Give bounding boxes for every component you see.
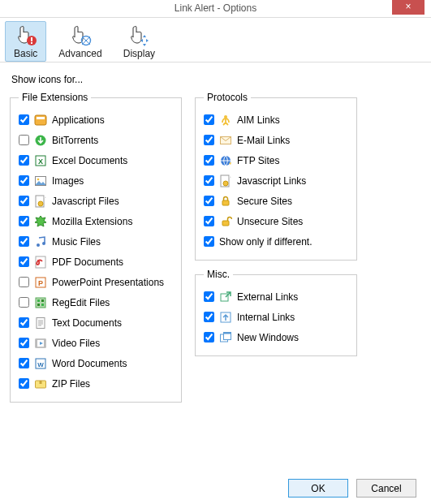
option-row-word-documents[interactable]: WWord Documents bbox=[19, 353, 173, 373]
group-protocols: Protocols AIM LinksE-Mail LinksFTP Sites… bbox=[195, 92, 357, 261]
option-row-text-documents[interactable]: Text Documents bbox=[19, 312, 173, 333]
checkbox-zip-files[interactable] bbox=[19, 378, 29, 389]
option-row-pdf-documents[interactable]: PDF Documents bbox=[19, 252, 173, 272]
svg-point-12 bbox=[38, 201, 43, 206]
group-misc: Misc. External LinksInternal LinksNew Wi… bbox=[195, 269, 357, 356]
dialog-footer: OK Cancel bbox=[288, 479, 416, 498]
option-row-zip-files[interactable]: ZIP Files bbox=[19, 373, 173, 394]
checkbox-show-only-if-different[interactable] bbox=[204, 236, 214, 247]
checkbox-powerpoint-presentations[interactable] bbox=[19, 277, 29, 287]
checkbox-bittorrents[interactable] bbox=[19, 135, 29, 145]
svg-point-10 bbox=[37, 178, 40, 180]
svg-rect-2 bbox=[31, 42, 32, 44]
svg-text:P: P bbox=[38, 279, 43, 287]
checkbox-new-windows[interactable] bbox=[204, 332, 214, 342]
checkbox-excel-documents[interactable] bbox=[19, 155, 29, 166]
group-file-extensions-legend: File Extensions bbox=[19, 92, 91, 103]
checkbox-applications[interactable] bbox=[19, 114, 29, 125]
option-row-powerpoint-presentations[interactable]: PPowerPoint Presentations bbox=[19, 272, 173, 292]
option-label: Javascript Links bbox=[237, 175, 306, 187]
option-row-external-links[interactable]: External Links bbox=[204, 286, 348, 307]
cursor-icon bbox=[129, 24, 149, 46]
svg-rect-20 bbox=[41, 299, 44, 302]
svg-rect-41 bbox=[222, 221, 229, 226]
option-row-bittorrents[interactable]: BitTorrents bbox=[19, 130, 173, 150]
option-row-applications[interactable]: Applications bbox=[19, 110, 173, 130]
checkbox-secure-sites[interactable] bbox=[204, 196, 214, 206]
checkbox-e-mail-links[interactable] bbox=[204, 135, 214, 145]
option-row-music-files[interactable]: Music Files bbox=[19, 231, 173, 252]
toolbar-button-basic[interactable]: Basic bbox=[5, 21, 46, 62]
js-icon bbox=[219, 174, 232, 187]
toolbar-button-display[interactable]: Display bbox=[114, 21, 164, 62]
option-row-ftp-sites[interactable]: FTP Sites bbox=[204, 150, 348, 170]
svg-point-39 bbox=[223, 181, 228, 186]
checkbox-internal-links[interactable] bbox=[204, 312, 214, 322]
excel-icon: X bbox=[34, 154, 47, 167]
group-file-extensions: File Extensions ApplicationsBitTorrentsX… bbox=[10, 92, 182, 403]
option-row-javascript-files[interactable]: Javascript Files bbox=[19, 191, 173, 211]
option-row-e-mail-links[interactable]: E-Mail Links bbox=[204, 130, 348, 150]
option-label: Unsecure Sites bbox=[237, 216, 303, 227]
checkbox-pdf-documents[interactable] bbox=[19, 256, 29, 267]
content-area: Show icons for... File Extensions Applic… bbox=[0, 62, 431, 411]
option-label: AIM Links bbox=[237, 114, 280, 126]
option-row-images[interactable]: Images bbox=[19, 170, 173, 191]
svg-rect-19 bbox=[37, 299, 40, 302]
option-label: Internal Links bbox=[237, 312, 295, 323]
checkbox-text-documents[interactable] bbox=[19, 317, 29, 328]
option-label: RegEdit Files bbox=[52, 297, 110, 308]
ppt-icon: P bbox=[34, 276, 47, 289]
checkbox-video-files[interactable] bbox=[19, 338, 29, 348]
option-label: ZIP Files bbox=[52, 378, 90, 390]
checkbox-mozilla-extensions[interactable] bbox=[19, 216, 29, 226]
toolbar-button-label: Advanced bbox=[58, 48, 101, 59]
option-row-unsecure-sites[interactable]: Unsecure Sites bbox=[204, 211, 348, 231]
option-label: Show only if different. bbox=[219, 236, 312, 248]
option-row-mozilla-extensions[interactable]: Mozilla Extensions bbox=[19, 211, 173, 231]
text-icon bbox=[34, 317, 47, 330]
svg-rect-34 bbox=[40, 381, 42, 384]
svg-rect-23 bbox=[37, 317, 45, 328]
option-label: Word Documents bbox=[52, 358, 127, 369]
ok-button[interactable]: OK bbox=[288, 479, 348, 498]
checkbox-regedit-files[interactable] bbox=[19, 297, 29, 308]
checkbox-images[interactable] bbox=[19, 175, 29, 186]
option-row-internal-links[interactable]: Internal Links bbox=[204, 307, 348, 327]
option-label: Mozilla Extensions bbox=[52, 216, 132, 227]
checkbox-aim-links[interactable] bbox=[204, 114, 214, 125]
pdf-icon bbox=[34, 256, 47, 269]
close-button[interactable]: × bbox=[392, 0, 425, 15]
image-icon bbox=[34, 174, 47, 187]
checkbox-javascript-links[interactable] bbox=[204, 175, 214, 186]
checkbox-word-documents[interactable] bbox=[19, 358, 29, 368]
option-row-regedit-files[interactable]: RegEdit Files bbox=[19, 292, 173, 312]
option-row-video-files[interactable]: Video Files bbox=[19, 333, 173, 353]
svg-rect-18 bbox=[36, 298, 45, 308]
external-icon bbox=[219, 291, 232, 304]
option-row-new-windows[interactable]: New Windows bbox=[204, 327, 348, 347]
option-row-aim-links[interactable]: AIM Links bbox=[204, 110, 348, 130]
option-row-secure-sites[interactable]: Secure Sites bbox=[204, 191, 348, 211]
checkbox-unsecure-sites[interactable] bbox=[204, 216, 214, 226]
svg-text:W: W bbox=[37, 361, 44, 368]
option-label: Applications bbox=[52, 114, 105, 126]
checkbox-ftp-sites[interactable] bbox=[204, 155, 214, 166]
svg-rect-29 bbox=[36, 339, 37, 347]
toolbar-button-label: Basic bbox=[14, 48, 37, 59]
checkbox-external-links[interactable] bbox=[204, 291, 214, 302]
svg-rect-5 bbox=[37, 117, 45, 119]
checkbox-javascript-files[interactable] bbox=[19, 196, 29, 206]
torrent-icon bbox=[34, 134, 47, 147]
toolbar-button-advanced[interactable]: Advanced bbox=[50, 21, 110, 62]
option-row-javascript-links[interactable]: Javascript Links bbox=[204, 170, 348, 191]
option-row-excel-documents[interactable]: XExcel Documents bbox=[19, 150, 173, 170]
checkbox-music-files[interactable] bbox=[19, 236, 29, 247]
lock-icon bbox=[219, 195, 232, 208]
title-bar: Link Alert - Options × bbox=[0, 0, 431, 18]
option-label: PDF Documents bbox=[52, 256, 123, 268]
group-misc-legend: Misc. bbox=[204, 269, 233, 280]
internal-icon bbox=[219, 311, 232, 324]
cancel-button[interactable]: Cancel bbox=[356, 479, 416, 498]
option-row-show-only-if-different[interactable]: Show only if different. bbox=[204, 231, 348, 252]
